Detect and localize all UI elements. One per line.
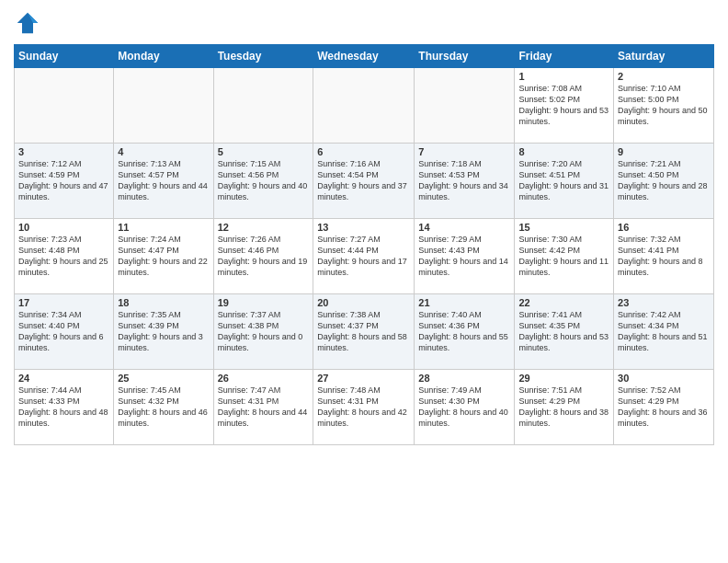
day-number: 8: [518, 146, 609, 157]
day-number: 17: [18, 297, 109, 308]
calendar-cell: 14Sunrise: 7:29 AM Sunset: 4:43 PM Dayli…: [415, 219, 515, 294]
day-number: 29: [518, 373, 609, 384]
calendar-cell: 18Sunrise: 7:35 AM Sunset: 4:39 PM Dayli…: [114, 294, 213, 370]
calendar-week-4: 24Sunrise: 7:44 AM Sunset: 4:33 PM Dayli…: [15, 370, 714, 445]
calendar-cell: 3Sunrise: 7:12 AM Sunset: 4:59 PM Daylig…: [15, 144, 114, 219]
weekday-header-friday: Friday: [515, 45, 614, 68]
calendar-cell: [213, 68, 313, 144]
cell-text: Sunrise: 7:44 AM Sunset: 4:33 PM Dayligh…: [18, 385, 109, 430]
calendar-week-0: 1Sunrise: 7:08 AM Sunset: 5:02 PM Daylig…: [15, 68, 714, 144]
page: SundayMondayTuesdayWednesdayThursdayFrid…: [0, 0, 728, 563]
logo: [14, 9, 45, 37]
calendar-cell: 8Sunrise: 7:20 AM Sunset: 4:51 PM Daylig…: [515, 144, 614, 219]
cell-text: Sunrise: 7:52 AM Sunset: 4:29 PM Dayligh…: [618, 385, 710, 430]
weekday-header-tuesday: Tuesday: [213, 45, 313, 68]
calendar-cell: 24Sunrise: 7:44 AM Sunset: 4:33 PM Dayli…: [15, 370, 114, 445]
calendar-cell: [15, 68, 114, 144]
calendar-table: SundayMondayTuesdayWednesdayThursdayFrid…: [14, 44, 714, 445]
header: [14, 9, 714, 37]
day-number: 10: [18, 222, 109, 233]
cell-text: Sunrise: 7:49 AM Sunset: 4:30 PM Dayligh…: [418, 385, 510, 430]
calendar-cell: 29Sunrise: 7:51 AM Sunset: 4:29 PM Dayli…: [515, 370, 614, 445]
calendar-cell: [313, 68, 415, 144]
day-number: 1: [518, 71, 609, 82]
weekday-header-sunday: Sunday: [15, 45, 114, 68]
cell-text: Sunrise: 7:12 AM Sunset: 4:59 PM Dayligh…: [18, 158, 109, 203]
calendar-cell: 7Sunrise: 7:18 AM Sunset: 4:53 PM Daylig…: [415, 144, 515, 219]
calendar-cell: 20Sunrise: 7:38 AM Sunset: 4:37 PM Dayli…: [313, 294, 415, 370]
weekday-header-saturday: Saturday: [614, 45, 714, 68]
weekday-header-row: SundayMondayTuesdayWednesdayThursdayFrid…: [15, 45, 714, 68]
cell-text: Sunrise: 7:23 AM Sunset: 4:48 PM Dayligh…: [18, 234, 109, 279]
cell-text: Sunrise: 7:42 AM Sunset: 4:34 PM Dayligh…: [618, 309, 710, 354]
calendar-cell: 2Sunrise: 7:10 AM Sunset: 5:00 PM Daylig…: [614, 68, 714, 144]
weekday-header-thursday: Thursday: [415, 45, 515, 68]
day-number: 11: [118, 222, 209, 233]
calendar-cell: 27Sunrise: 7:48 AM Sunset: 4:31 PM Dayli…: [313, 370, 415, 445]
calendar-week-2: 10Sunrise: 7:23 AM Sunset: 4:48 PM Dayli…: [15, 219, 714, 294]
cell-text: Sunrise: 7:45 AM Sunset: 4:32 PM Dayligh…: [118, 385, 209, 430]
calendar-cell: 26Sunrise: 7:47 AM Sunset: 4:31 PM Dayli…: [213, 370, 313, 445]
cell-text: Sunrise: 7:35 AM Sunset: 4:39 PM Dayligh…: [118, 309, 209, 354]
calendar-cell: 1Sunrise: 7:08 AM Sunset: 5:02 PM Daylig…: [515, 68, 614, 144]
day-number: 2: [618, 71, 710, 82]
calendar-cell: 19Sunrise: 7:37 AM Sunset: 4:38 PM Dayli…: [213, 294, 313, 370]
calendar-cell: 21Sunrise: 7:40 AM Sunset: 4:36 PM Dayli…: [415, 294, 515, 370]
day-number: 19: [218, 297, 310, 308]
calendar-cell: 23Sunrise: 7:42 AM Sunset: 4:34 PM Dayli…: [614, 294, 714, 370]
cell-text: Sunrise: 7:30 AM Sunset: 4:42 PM Dayligh…: [518, 234, 609, 279]
day-number: 25: [118, 373, 209, 384]
calendar-cell: 13Sunrise: 7:27 AM Sunset: 4:44 PM Dayli…: [313, 219, 415, 294]
cell-text: Sunrise: 7:10 AM Sunset: 5:00 PM Dayligh…: [618, 83, 710, 128]
calendar-cell: 9Sunrise: 7:21 AM Sunset: 4:50 PM Daylig…: [614, 144, 714, 219]
cell-text: Sunrise: 7:32 AM Sunset: 4:41 PM Dayligh…: [618, 234, 710, 279]
day-number: 3: [18, 146, 109, 157]
calendar-cell: 11Sunrise: 7:24 AM Sunset: 4:47 PM Dayli…: [114, 219, 213, 294]
day-number: 18: [118, 297, 209, 308]
day-number: 16: [618, 222, 710, 233]
day-number: 6: [317, 146, 410, 157]
calendar-cell: 28Sunrise: 7:49 AM Sunset: 4:30 PM Dayli…: [415, 370, 515, 445]
calendar-cell: 15Sunrise: 7:30 AM Sunset: 4:42 PM Dayli…: [515, 219, 614, 294]
day-number: 5: [218, 146, 310, 157]
calendar-cell: [114, 68, 213, 144]
day-number: 21: [418, 297, 510, 308]
day-number: 4: [118, 146, 209, 157]
day-number: 27: [317, 373, 410, 384]
calendar-cell: 6Sunrise: 7:16 AM Sunset: 4:54 PM Daylig…: [313, 144, 415, 219]
calendar-week-3: 17Sunrise: 7:34 AM Sunset: 4:40 PM Dayli…: [15, 294, 714, 370]
day-number: 30: [618, 373, 710, 384]
cell-text: Sunrise: 7:29 AM Sunset: 4:43 PM Dayligh…: [418, 234, 510, 279]
cell-text: Sunrise: 7:21 AM Sunset: 4:50 PM Dayligh…: [618, 158, 710, 203]
cell-text: Sunrise: 7:13 AM Sunset: 4:57 PM Dayligh…: [118, 158, 209, 203]
day-number: 22: [518, 297, 609, 308]
day-number: 7: [418, 146, 510, 157]
cell-text: Sunrise: 7:47 AM Sunset: 4:31 PM Dayligh…: [218, 385, 310, 430]
cell-text: Sunrise: 7:51 AM Sunset: 4:29 PM Dayligh…: [518, 385, 609, 430]
calendar-cell: 10Sunrise: 7:23 AM Sunset: 4:48 PM Dayli…: [15, 219, 114, 294]
day-number: 23: [618, 297, 710, 308]
cell-text: Sunrise: 7:34 AM Sunset: 4:40 PM Dayligh…: [18, 309, 109, 354]
cell-text: Sunrise: 7:27 AM Sunset: 4:44 PM Dayligh…: [317, 234, 410, 279]
calendar-cell: 5Sunrise: 7:15 AM Sunset: 4:56 PM Daylig…: [213, 144, 313, 219]
cell-text: Sunrise: 7:18 AM Sunset: 4:53 PM Dayligh…: [418, 158, 510, 203]
cell-text: Sunrise: 7:08 AM Sunset: 5:02 PM Dayligh…: [518, 83, 609, 128]
logo-icon: [14, 9, 41, 37]
cell-text: Sunrise: 7:38 AM Sunset: 4:37 PM Dayligh…: [317, 309, 410, 354]
weekday-header-monday: Monday: [114, 45, 213, 68]
day-number: 14: [418, 222, 510, 233]
calendar-cell: 16Sunrise: 7:32 AM Sunset: 4:41 PM Dayli…: [614, 219, 714, 294]
calendar-cell: 25Sunrise: 7:45 AM Sunset: 4:32 PM Dayli…: [114, 370, 213, 445]
calendar-cell: 22Sunrise: 7:41 AM Sunset: 4:35 PM Dayli…: [515, 294, 614, 370]
day-number: 15: [518, 222, 609, 233]
cell-text: Sunrise: 7:24 AM Sunset: 4:47 PM Dayligh…: [118, 234, 209, 279]
day-number: 26: [218, 373, 310, 384]
calendar-cell: 17Sunrise: 7:34 AM Sunset: 4:40 PM Dayli…: [15, 294, 114, 370]
calendar-cell: 30Sunrise: 7:52 AM Sunset: 4:29 PM Dayli…: [614, 370, 714, 445]
day-number: 12: [218, 222, 310, 233]
cell-text: Sunrise: 7:16 AM Sunset: 4:54 PM Dayligh…: [317, 158, 410, 203]
cell-text: Sunrise: 7:26 AM Sunset: 4:46 PM Dayligh…: [218, 234, 310, 279]
cell-text: Sunrise: 7:15 AM Sunset: 4:56 PM Dayligh…: [218, 158, 310, 203]
calendar-cell: 4Sunrise: 7:13 AM Sunset: 4:57 PM Daylig…: [114, 144, 213, 219]
day-number: 13: [317, 222, 410, 233]
